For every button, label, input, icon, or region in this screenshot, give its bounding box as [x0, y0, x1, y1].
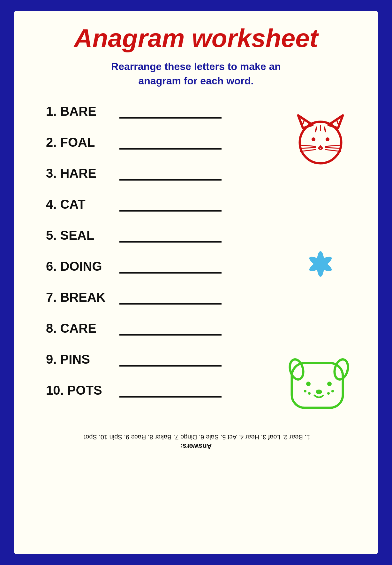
answers-section: Answers: 1. Bear 2. Loaf 3. Hear 4. Act … [33, 433, 359, 450]
answer-line [119, 363, 222, 367]
word-label: 1. BARE [46, 104, 110, 119]
word-item: 7. BREAK [46, 290, 245, 305]
answer-line [119, 394, 222, 398]
word-label: 5. SEAL [46, 228, 110, 243]
word-list: 1. BARE2. FOAL3. HARE4. CAT5. SEAL6. DOI… [33, 104, 245, 398]
word-item: 2. FOAL [46, 135, 245, 150]
svg-line-11 [325, 145, 341, 146]
answer-line [119, 177, 222, 181]
svg-point-21 [288, 358, 305, 381]
word-item: 6. DOING [46, 259, 245, 274]
dog-decoration [285, 353, 352, 419]
svg-point-24 [327, 382, 332, 386]
word-item: 9. PINS [46, 352, 245, 367]
word-item: 4. CAT [46, 197, 245, 212]
answer-line [119, 208, 222, 212]
svg-point-25 [316, 390, 322, 394]
answers-text: 1. Bear 2. Loaf 3. Hear 4. Act 5. Sale 6… [33, 433, 359, 441]
word-label: 10. POTS [46, 383, 110, 398]
word-label: 8. CARE [46, 321, 110, 336]
answer-line [119, 115, 222, 119]
cat-decoration [292, 111, 349, 169]
svg-line-8 [300, 145, 316, 146]
svg-point-27 [308, 392, 311, 395]
svg-line-3 [302, 120, 305, 126]
svg-line-12 [325, 148, 341, 148]
word-label: 4. CAT [46, 197, 110, 212]
word-label: 7. BREAK [46, 290, 110, 305]
word-label: 3. HARE [46, 166, 110, 181]
word-label: 9. PINS [46, 352, 110, 367]
svg-line-9 [300, 148, 316, 148]
answer-line [119, 301, 222, 305]
decorations [245, 104, 359, 414]
content-area: 1. BARE2. FOAL3. HARE4. CAT5. SEAL6. DOI… [33, 104, 359, 414]
answer-line [119, 239, 222, 243]
word-item: 8. CARE [46, 321, 245, 336]
svg-line-16 [324, 127, 326, 132]
word-item: 3. HARE [46, 166, 245, 181]
subtitle: Rearrange these letters to make an anagr… [111, 59, 281, 88]
page-title: Anagram worksheet [74, 24, 318, 53]
word-item: 5. SEAL [46, 228, 245, 243]
word-item: 1. BARE [46, 104, 245, 119]
svg-point-23 [306, 382, 311, 386]
answers-label: Answers: [33, 442, 359, 450]
word-label: 6. DOING [46, 259, 110, 274]
svg-line-4 [336, 120, 339, 126]
answer-line [119, 332, 222, 336]
svg-point-5 [312, 137, 315, 141]
svg-line-14 [315, 127, 317, 132]
answer-line [119, 270, 222, 274]
word-label: 2. FOAL [46, 135, 110, 150]
svg-marker-2 [328, 115, 343, 128]
svg-point-6 [326, 137, 329, 141]
svg-point-28 [331, 390, 334, 392]
svg-marker-7 [318, 145, 323, 148]
word-item: 10. POTS [46, 383, 245, 398]
svg-point-26 [304, 390, 306, 392]
asterisk-decoration [298, 242, 343, 288]
svg-point-29 [327, 392, 330, 395]
worksheet-page: Anagram worksheet Rearrange these letter… [14, 11, 378, 554]
answer-line [119, 146, 222, 150]
svg-marker-1 [298, 115, 313, 128]
